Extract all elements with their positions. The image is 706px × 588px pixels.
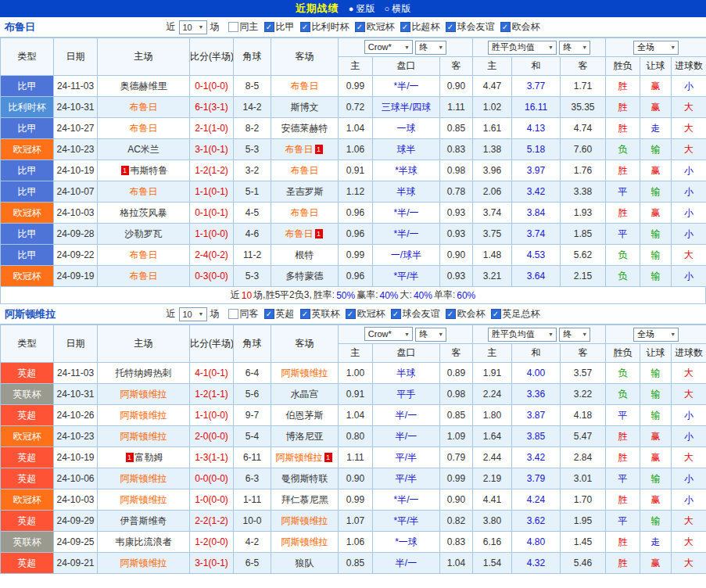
- avg-final-select[interactable]: 终▼: [559, 328, 590, 342]
- home-team-cell[interactable]: 布鲁日: [98, 245, 190, 266]
- checkbox-checked-icon[interactable]: ✓: [500, 22, 511, 32]
- bookmaker-select[interactable]: Crow*▼: [364, 327, 413, 341]
- home-team-cell[interactable]: 格拉茨风暴: [98, 203, 190, 224]
- away-team-cell[interactable]: 斯博文: [271, 97, 339, 118]
- home-team-cell[interactable]: 布鲁日: [98, 266, 190, 287]
- home-team-cell[interactable]: 阿斯顿维拉: [98, 553, 190, 574]
- filter-checkbox-球会友谊[interactable]: ✓球会友谊: [446, 20, 495, 34]
- home-team-cell[interactable]: 奥德赫维里: [98, 76, 190, 97]
- home-team-cell[interactable]: 阿斯顿维拉: [98, 468, 190, 489]
- avg-away-odds-cell: 4.74: [561, 118, 606, 139]
- home-team-cell[interactable]: 韦康比流浪者: [98, 532, 190, 553]
- filter-checkbox-欧会杯[interactable]: ✓欧会杯: [500, 20, 540, 34]
- away-team-cell[interactable]: 水晶宫: [271, 384, 339, 405]
- home-team-cell[interactable]: 布鲁日: [98, 181, 190, 203]
- match-count-select[interactable]: 10 ▼: [179, 20, 207, 34]
- scope-select[interactable]: 全场▼: [633, 328, 679, 342]
- handicap-away-odds-cell: 0.93: [440, 266, 473, 287]
- filter-checkbox-欧冠杯[interactable]: ✓欧冠杯: [346, 307, 385, 321]
- away-team-cell[interactable]: 根特: [271, 245, 339, 266]
- away-team-cell[interactable]: 阿斯顿维拉: [271, 511, 339, 532]
- checkbox-checked-icon[interactable]: ✓: [491, 309, 501, 319]
- away-team-cell[interactable]: 曼彻斯特联: [271, 468, 339, 489]
- away-team-cell[interactable]: 布鲁日1: [271, 224, 339, 245]
- away-team-cell[interactable]: 阿斯顿维拉: [271, 532, 339, 553]
- scope-select[interactable]: 全场▼: [633, 41, 679, 55]
- avg-odds-select[interactable]: 胜平负均值▼: [488, 41, 557, 55]
- checkbox-checked-icon[interactable]: ✓: [391, 309, 401, 319]
- team-name-text: 阿斯顿维拉: [120, 494, 167, 505]
- away-team-cell[interactable]: 布鲁日: [271, 76, 339, 97]
- score-cell: 3-1(0-1): [190, 553, 234, 574]
- filter-checkbox-比甲[interactable]: ✓比甲: [264, 20, 295, 34]
- handicap-home-odds-cell: 0.91: [339, 384, 373, 405]
- checkbox-checked-icon[interactable]: ✓: [446, 309, 456, 319]
- home-team-cell[interactable]: 阿斯顿维拉: [98, 489, 190, 511]
- away-team-cell[interactable]: 布鲁日: [271, 160, 339, 181]
- avg-home-odds-cell: 3.75: [473, 224, 512, 245]
- away-team-cell[interactable]: 多特蒙德: [271, 266, 339, 287]
- away-team-cell[interactable]: 布鲁日: [271, 203, 339, 224]
- final-odds-select[interactable]: 终▼: [415, 328, 446, 342]
- filter-checkbox-同客[interactable]: 同客: [228, 307, 259, 321]
- team-name-text: 布鲁日: [130, 123, 158, 134]
- filter-checkbox-欧冠杯[interactable]: ✓欧冠杯: [355, 20, 395, 34]
- checkbox-checked-icon[interactable]: ✓: [400, 22, 410, 32]
- match-count-select[interactable]: 10 ▼: [179, 307, 207, 321]
- away-team-cell[interactable]: 布鲁日1: [271, 139, 339, 160]
- date-cell: 24-10-31: [54, 384, 98, 405]
- checkbox-checked-icon[interactable]: ✓: [300, 309, 310, 319]
- away-team-cell[interactable]: 狼队: [271, 553, 339, 574]
- away-team-cell[interactable]: 拜仁慕尼黑: [271, 489, 339, 511]
- over-under-cell: 小: [672, 405, 706, 426]
- match-row: 英超24-09-21阿斯顿维拉3-1(0-1)6-5狼队0.85半/一1.041…: [1, 553, 706, 574]
- filter-checkbox-比超杯[interactable]: ✓比超杯: [400, 20, 440, 34]
- home-team-cell[interactable]: 伊普斯维奇: [98, 511, 190, 532]
- away-team-cell[interactable]: 阿斯顿维拉1: [271, 447, 339, 468]
- checkbox-checked-icon[interactable]: ✓: [446, 22, 456, 32]
- handicap-home-odds-cell: 1.12: [339, 181, 373, 203]
- avg-away-odds-cell: 1.76: [561, 160, 606, 181]
- filter-checkbox-欧会杯[interactable]: ✓欧会杯: [446, 307, 486, 321]
- home-team-cell[interactable]: 1韦斯特鲁: [98, 160, 190, 181]
- away-team-cell[interactable]: 伯恩茅斯: [271, 405, 339, 426]
- date-cell: 24-11-03: [54, 363, 98, 384]
- horizontal-layout-radio[interactable]: ○ 横版: [385, 2, 411, 16]
- avg-odds-header: 胜平负均值▼ 终▼: [473, 325, 606, 344]
- checkbox-unchecked-icon[interactable]: [228, 22, 238, 32]
- home-team-cell[interactable]: 阿斯顿维拉: [98, 405, 190, 426]
- home-team-cell[interactable]: 布鲁日: [98, 97, 190, 118]
- bookmaker-select[interactable]: Crow*▼: [364, 40, 413, 54]
- away-team-cell[interactable]: 博洛尼亚: [271, 426, 339, 447]
- home-team-cell[interactable]: 阿斯顿维拉: [98, 426, 190, 447]
- filter-checkbox-英联杯[interactable]: ✓英联杯: [300, 307, 340, 321]
- filter-checkbox-同主[interactable]: 同主: [228, 20, 259, 34]
- filter-checkbox-比利时杯[interactable]: ✓比利时杯: [300, 20, 349, 34]
- over-under-cell: 小: [672, 203, 706, 224]
- filter-checkbox-球会友谊[interactable]: ✓球会友谊: [391, 307, 440, 321]
- cover-result-cell: 输: [640, 468, 672, 489]
- avg-odds-select[interactable]: 胜平负均值▼: [488, 328, 557, 342]
- checkbox-checked-icon[interactable]: ✓: [300, 22, 310, 32]
- avg-final-select[interactable]: 终▼: [559, 41, 590, 55]
- vertical-layout-radio[interactable]: ● 竖版: [349, 2, 375, 16]
- checkbox-checked-icon[interactable]: ✓: [264, 22, 274, 32]
- checkbox-checked-icon[interactable]: ✓: [346, 309, 356, 319]
- checkbox-unchecked-icon[interactable]: [228, 309, 238, 319]
- checkbox-checked-icon[interactable]: ✓: [355, 22, 365, 32]
- away-team-cell[interactable]: 阿斯顿维拉: [271, 363, 339, 384]
- over-under-cell: 小: [672, 468, 706, 489]
- filter-checkbox-英足总杯[interactable]: ✓英足总杯: [491, 307, 540, 321]
- home-team-cell[interactable]: 阿斯顿维拉: [98, 384, 190, 405]
- home-team-cell[interactable]: 沙勒罗瓦: [98, 224, 190, 245]
- away-team-cell[interactable]: 安德莱赫特: [271, 118, 339, 139]
- home-team-cell[interactable]: 托特纳姆热刺: [98, 363, 190, 384]
- filter-checkbox-英超[interactable]: ✓英超: [264, 307, 295, 321]
- checkbox-checked-icon[interactable]: ✓: [264, 309, 274, 319]
- home-team-cell[interactable]: AC米兰: [98, 139, 190, 160]
- away-team-cell[interactable]: 圣吉罗斯: [271, 181, 339, 203]
- handicap-line-cell: 半球: [373, 363, 440, 384]
- home-team-cell[interactable]: 布鲁日: [98, 118, 190, 139]
- home-team-cell[interactable]: 1富勒姆: [98, 447, 190, 468]
- final-odds-select[interactable]: 终▼: [415, 41, 446, 55]
